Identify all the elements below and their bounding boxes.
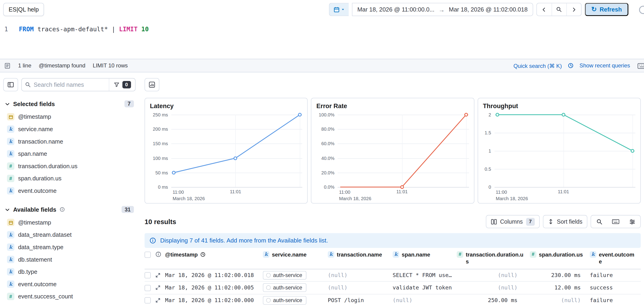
field-item[interactable]: @timestamp — [3, 216, 135, 229]
timestamp-cell: Mar 18, 2026 @ 11:02:00.005 — [165, 284, 263, 291]
error-rate-chart: Error Rate 100.0% 80.0% 60.0% 40.0% 20.0… — [311, 98, 474, 203]
search-icon — [25, 82, 31, 88]
column-header-timestamp[interactable]: @timestamp — [165, 251, 263, 258]
available-fields-list: @timestamp kdata_stream.dataset kdata_st… — [3, 216, 135, 302]
row-checkbox[interactable] — [144, 272, 151, 279]
field-filter-button[interactable]: 0 — [109, 79, 135, 91]
service-badge[interactable]: auth-service — [263, 271, 306, 279]
main-area: 0 Selected fields 7 @timestamp kservice.… — [0, 73, 644, 306]
keyword-token-icon: k — [328, 251, 334, 258]
field-item[interactable]: kspan.name — [3, 148, 135, 160]
columns-icon — [491, 219, 497, 225]
field-item[interactable]: kdb.type — [3, 265, 135, 278]
field-item[interactable]: kdata_stream.type — [3, 241, 135, 253]
chart-point — [234, 156, 238, 160]
quick-search-link[interactable]: Quick search (⌘ K) — [514, 62, 562, 69]
field-item[interactable]: #event.success_count — [3, 290, 135, 303]
start-date[interactable]: Mar 18, 2026 @ 11:00:00.0... — [358, 6, 434, 13]
transaction-name-cell: (null) — [328, 284, 392, 291]
date-range-control: Mar 18, 2026 @ 11:00:00.0... → Mar 18, 2… — [352, 3, 533, 16]
table-header-row: @timestamp k service.name k transaction.… — [144, 248, 641, 269]
quick-select-date-button[interactable] — [329, 3, 349, 16]
keyboard-shortcuts-button[interactable] — [608, 215, 624, 228]
expand-row-icon[interactable] — [155, 285, 165, 290]
timestamp-found: @timestamp found — [38, 63, 85, 69]
row-checkbox[interactable] — [144, 297, 151, 304]
arrow-right-icon: → — [438, 6, 445, 13]
chart-point — [298, 113, 302, 117]
service-badge[interactable]: auth-service — [263, 296, 306, 304]
time-controls: Mar 18, 2026 @ 11:00:00.0... → Mar 18, 2… — [329, 3, 628, 16]
selected-fields-header[interactable]: Selected fields 7 — [3, 100, 135, 107]
field-name: @timestamp — [18, 113, 51, 120]
next-time-button[interactable] — [566, 3, 581, 16]
field-item[interactable]: #transaction.duration.us — [3, 160, 135, 172]
field-item[interactable]: kdb.statement — [3, 253, 135, 266]
agent-icon — [266, 273, 271, 277]
field-name: transaction.name — [18, 138, 63, 145]
display-options-button[interactable] — [624, 215, 640, 228]
field-item[interactable]: kevent.outcome — [3, 184, 135, 197]
throughput-chart: Throughput 2 1.5 1 0.5 0 — [478, 98, 641, 203]
row-info-icon — [155, 251, 165, 257]
esql-help-button[interactable]: ES|QL help — [3, 3, 44, 16]
agent-icon — [266, 285, 271, 290]
field-item[interactable]: #span.duration.us — [3, 172, 135, 185]
field-name: span.duration.us — [18, 175, 62, 182]
column-header-span-name[interactable]: k span.name — [392, 251, 457, 258]
keyword-token-icon: k — [7, 231, 14, 238]
column-header-transaction-duration[interactable]: # transaction.duration.us — [457, 251, 530, 265]
chart-line — [494, 115, 636, 187]
number-token-icon: # — [530, 251, 536, 258]
field-item[interactable]: kdata_stream.dataset — [3, 229, 135, 241]
expand-row-icon[interactable] — [155, 297, 165, 303]
keyword-token-icon: k — [7, 138, 14, 145]
expand-row-icon[interactable] — [155, 272, 165, 278]
caret-down-icon — [340, 7, 345, 12]
query-code[interactable]: FROM traces-apm-default* | LIMIT 10 — [19, 26, 149, 59]
row-checkbox[interactable] — [144, 285, 151, 291]
field-item[interactable]: kservice.name — [3, 123, 135, 135]
columns-button[interactable]: Columns 7 — [486, 215, 540, 228]
show-recent-queries-link[interactable]: Show recent queries — [580, 63, 630, 69]
results-count: 10 results — [144, 218, 176, 225]
collapse-sidebar-button[interactable] — [3, 78, 18, 91]
field-name: span.name — [18, 150, 47, 157]
column-header-transaction-name[interactable]: k transaction.name — [328, 251, 392, 258]
number-token-icon: # — [7, 175, 14, 182]
previous-time-button[interactable] — [537, 3, 552, 16]
chart-plot — [171, 115, 302, 187]
number-token-icon: # — [7, 293, 14, 300]
transaction-duration-cell: (null) — [457, 272, 530, 278]
span-name-cell: (null) — [392, 297, 457, 303]
search-field-names-input[interactable] — [34, 82, 106, 88]
app-root: ES|QL help Mar 18, 2026 @ 11:00:00.0... … — [0, 0, 644, 306]
column-header-service-name[interactable]: k service.name — [263, 251, 328, 258]
available-fields-header[interactable]: Available fields 31 — [3, 206, 135, 213]
end-date[interactable]: Mar 18, 2026 @ 11:02:00.018 — [449, 6, 528, 13]
field-item[interactable]: @timestamp — [3, 111, 135, 123]
refresh-button[interactable]: ↻ Refresh — [585, 3, 628, 16]
refresh-icon: ↻ — [591, 6, 597, 13]
search-documents-button[interactable] — [591, 215, 607, 228]
service-badge[interactable]: auth-service — [263, 283, 306, 292]
sort-fields-button[interactable]: Sort fields — [543, 215, 587, 228]
field-item[interactable]: kevent.outcome — [3, 278, 135, 290]
esql-query-editor[interactable]: 1 FROM traces-apm-default* | LIMIT 10 — [0, 19, 644, 59]
edit-visualization-button[interactable] — [144, 78, 159, 91]
date-token-icon — [7, 219, 14, 226]
source-name: traces-apm-default* — [38, 26, 108, 33]
field-item[interactable]: ktransaction.name — [3, 135, 135, 148]
keyboard-icon[interactable] — [637, 63, 644, 70]
column-header-span-duration[interactable]: # span.duration.us — [530, 251, 590, 258]
table-row[interactable]: Mar 18, 2026 @ 11:02:00.018 auth-service… — [144, 269, 641, 282]
table-row[interactable]: Mar 18, 2026 @ 11:02:00.005 auth-service… — [144, 282, 641, 294]
table-row[interactable]: Mar 18, 2026 @ 11:02:00.000 auth-service… — [144, 294, 641, 306]
select-all-checkbox[interactable] — [144, 252, 151, 258]
column-header-event-outcome[interactable]: k event.outcome — [590, 251, 641, 265]
event-outcome-cell: failure — [590, 272, 641, 278]
zoom-time-button[interactable] — [552, 3, 566, 16]
recent-queries-icon — [568, 63, 574, 69]
chart-line — [171, 115, 302, 187]
clock-icon — [200, 252, 206, 257]
